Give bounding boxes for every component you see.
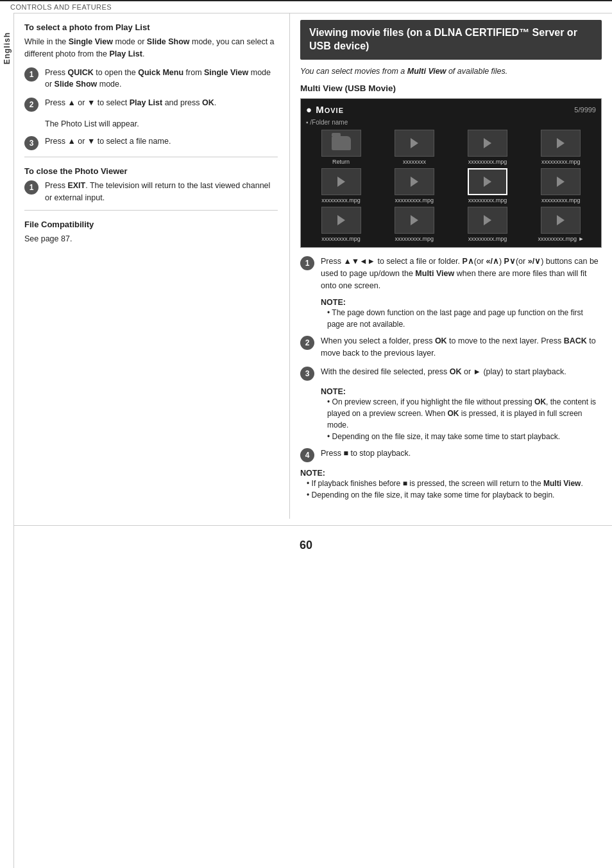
movie-thumb-1 <box>395 130 434 157</box>
movie-thumb-return <box>321 130 361 157</box>
movie-ui-folder: ▪ /Folder name <box>306 119 596 126</box>
movie-label-6: xxxxxxxxx.mpg <box>468 197 507 204</box>
movie-ui-grid: Return xxxxxxxx xxxxxxxxx.mpg <box>306 130 596 242</box>
step-2-num: 2 <box>24 98 38 112</box>
movie-page-count: 5/9999 <box>574 106 596 114</box>
multiview-title: Multi View (USB Movie) <box>300 83 602 93</box>
right-step-1-row: 1 Press ▲▼◄► to select a file or folder.… <box>300 256 602 291</box>
movie-play-icon-7 <box>557 177 565 187</box>
step-1-num: 1 <box>24 67 38 82</box>
movie-label-10: xxxxxxxxx.mpg <box>468 236 507 242</box>
movie-thumb-7 <box>541 168 581 195</box>
movie-cell-1: xxxxxxxx <box>379 130 449 165</box>
step-1-row: 1 Press QUICK to open the Quick Menu fro… <box>24 67 278 91</box>
right-step-3-num: 3 <box>300 367 314 381</box>
step-2-sub: The Photo List will appear. <box>45 118 278 130</box>
movie-ui-mockup: ● Movie 5/9999 ▪ /Folder name Return xxx… <box>300 98 602 248</box>
movie-cell-return: Return <box>306 130 376 165</box>
right-step-3-text: With the desired file selected, press OK… <box>321 366 602 378</box>
section2-step-1-row: 1 Press EXIT. The television will return… <box>24 180 278 204</box>
movie-thumb-5 <box>395 168 434 195</box>
right-step-3-row: 3 With the desired file selected, press … <box>300 366 602 381</box>
folder-icon <box>332 136 351 150</box>
movie-cell-11: xxxxxxxxx.mpg ► <box>526 207 596 242</box>
sidebar-language: English <box>0 13 14 868</box>
movie-ui-title: ● Movie <box>306 104 344 115</box>
movie-play-icon-6 <box>484 177 491 187</box>
section1-title: To select a photo from Play List <box>24 22 278 32</box>
movie-play-icon-4 <box>337 177 345 187</box>
movie-thumb-2 <box>468 130 507 157</box>
right-step-3-note-title: NOTE: <box>321 387 602 396</box>
section2-step-1-text: Press EXIT. The television will return t… <box>45 180 278 204</box>
right-step-1-note-title: NOTE: <box>321 298 602 307</box>
step-3-row: 3 Press ▲ or ▼ to select a file name. <box>24 135 278 150</box>
movie-play-icon-11 <box>557 215 565 225</box>
movie-ui-header: ● Movie 5/9999 <box>306 104 596 115</box>
step-3-text: Press ▲ or ▼ to select a file name. <box>45 135 278 148</box>
movie-label-7: xxxxxxxxx.mpg <box>541 197 581 204</box>
movie-thumb-9 <box>395 207 434 234</box>
step-2-row: 2 Press ▲ or ▼ to select Play List and p… <box>24 97 278 112</box>
movie-play-icon-5 <box>411 177 418 187</box>
movie-label-3: xxxxxxxxx.mpg <box>541 159 581 165</box>
movie-cell-9: xxxxxxxxx.mpg <box>379 207 449 242</box>
right-heading-box: Viewing movie files (on a DLNA CERTIFIED… <box>300 20 602 60</box>
main-content: To select a photo from Play List While i… <box>14 13 612 519</box>
movie-cell-7: xxxxxxxxx.mpg <box>526 168 596 204</box>
movie-play-icon-9 <box>411 215 418 225</box>
movie-play-icon-8 <box>337 215 345 225</box>
movie-thumb-11 <box>541 207 581 234</box>
movie-cell-4: xxxxxxxxx.mpg <box>306 168 376 204</box>
movie-cell-8: xxxxxxxxx.mpg <box>306 207 376 242</box>
footer-note-p1: If playback finishes before ■ is pressed… <box>300 478 602 489</box>
right-step-2-num: 2 <box>300 336 314 350</box>
movie-label-4: xxxxxxxxx.mpg <box>321 197 361 204</box>
movie-thumb-3 <box>541 130 581 157</box>
right-step-1-text: Press ▲▼◄► to select a file or folder. P… <box>321 256 602 291</box>
right-step-4-row: 4 Press ■ to stop playback. <box>300 447 602 462</box>
step-1-text: Press QUICK to open the Quick Menu from … <box>45 67 278 91</box>
language-label: English <box>3 32 12 64</box>
section3-title: File Compatibility <box>24 220 278 229</box>
footer-note-p2: Depending on the file size, it may take … <box>300 489 602 501</box>
movie-label-5: xxxxxxxxx.mpg <box>395 197 434 204</box>
movie-play-icon-3 <box>557 138 565 148</box>
right-step-3-note: NOTE: On preview screen, if you highligh… <box>321 387 602 442</box>
section2-step-1-num: 1 <box>24 180 38 195</box>
left-column: To select a photo from Play List While i… <box>14 13 290 519</box>
page-header: CONTROLS AND FEATURES <box>0 0 612 13</box>
movie-thumb-6-selected <box>468 168 507 195</box>
movie-play-icon-10 <box>484 215 491 225</box>
page-number: 60 <box>0 525 612 559</box>
movie-play-icon-2 <box>484 138 491 148</box>
movie-label-8: xxxxxxxxx.mpg <box>321 236 361 242</box>
section1-intro: While in the Single View mode or Slide S… <box>24 36 278 60</box>
movie-label-9: xxxxxxxxx.mpg <box>395 236 434 242</box>
movie-label-2: xxxxxxxxx.mpg <box>468 159 507 165</box>
movie-label-11: xxxxxxxxx.mpg ► <box>538 236 584 242</box>
right-heading: Viewing movie files (on a DLNA CERTIFIED… <box>309 26 593 53</box>
movie-label-return: Return <box>332 159 350 165</box>
movie-cell-2: xxxxxxxxx.mpg <box>453 130 523 165</box>
right-intro: You can select movies from a Multi View … <box>300 66 602 78</box>
header-label: CONTROLS AND FEATURES <box>10 3 112 11</box>
footer-note: NOTE: If playback finishes before ■ is p… <box>300 469 602 501</box>
movie-play-icon-1 <box>411 138 418 148</box>
right-step-4-text: Press ■ to stop playback. <box>321 447 602 460</box>
right-step-3-note-p2: Depending on the file size, it may take … <box>321 431 602 442</box>
right-step-1-note: NOTE: The page down function on the last… <box>321 298 602 330</box>
step-2-text: Press ▲ or ▼ to select Play List and pre… <box>45 97 278 109</box>
movie-thumb-4 <box>321 168 361 195</box>
movie-cell-3: xxxxxxxxx.mpg <box>526 130 596 165</box>
right-column: Viewing movie files (on a DLNA CERTIFIED… <box>290 13 612 519</box>
movie-label-1: xxxxxxxx <box>403 159 426 165</box>
footer-note-title: NOTE: <box>300 469 602 478</box>
section3-text: See page 87. <box>24 233 278 245</box>
right-step-3-note-p1: On preview screen, if you highlight the … <box>321 396 602 431</box>
movie-cell-10: xxxxxxxxx.mpg <box>453 207 523 242</box>
movie-thumb-8 <box>321 207 361 234</box>
right-step-2-row: 2 When you select a folder, press OK to … <box>300 335 602 360</box>
right-step-1-note-text: The page down function on the last page … <box>321 307 602 330</box>
right-step-4-num: 4 <box>300 448 314 462</box>
